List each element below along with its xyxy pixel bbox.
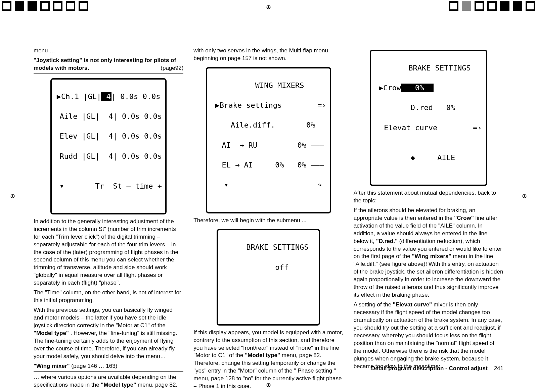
print-marks-left [2, 1, 88, 11]
print-mark [513, 1, 522, 11]
lcd-row: ▶Crow 0% [374, 83, 483, 93]
print-mark [449, 1, 458, 11]
footer-title: Detail program description - Control adj… [371, 365, 488, 372]
print-mark [487, 1, 497, 11]
lcd-title-row: WING MIXERS [211, 81, 326, 91]
lcd-row: ◆ AILE [374, 153, 483, 163]
column-2: with only two servos in the wings, the M… [193, 47, 343, 392]
text-span-bold: "Model type" [34, 330, 69, 336]
paragraph: … where various options are available de… [34, 374, 183, 389]
lcd-row: off [221, 262, 315, 273]
lcd-row: EL → AI 0% 0% ––– [211, 160, 326, 170]
lcd-row: AI → RU 0% ––– [211, 140, 326, 150]
lcd-row: ▶Brake settings =› [211, 100, 326, 110]
lcd-row: Rudd |GL| 4| 0.0s 0.0s [55, 151, 162, 161]
text-span: Phase 1 in this case. [198, 383, 251, 389]
text-line: menu … [34, 47, 183, 55]
paragraph: A setting of the "Elevat curve" mixer is… [354, 301, 503, 370]
print-mark [526, 1, 535, 11]
lcd-row: ▶Ch.1 |GL| 4| 0.0s 0.0s [55, 92, 162, 102]
print-mark [40, 1, 50, 11]
text-span-bold: "Crow" [454, 215, 474, 221]
lcd-title-row: BRAKE SETTINGS [221, 242, 315, 252]
lcd-row: Aile |GL| 4| 0.0s 0.0s [55, 111, 162, 121]
content-columns: menu … "Joystick setting" is not only in… [34, 47, 503, 392]
print-mark [15, 1, 24, 11]
text-span: menu in the line "Aile.diff." (see figur… [354, 253, 503, 298]
text-span-bold: "Wing mixers" [412, 253, 451, 259]
section-heading: "Joystick setting" is not only interesti… [34, 57, 183, 74]
text-span-bold: – [193, 383, 196, 389]
text-span: mixer is then only necessary if the flig… [354, 301, 502, 370]
paragraph: With the previous settings, you can basi… [34, 306, 183, 360]
lcd-brake-settings: BRAKE SETTINGS ▶Crow 0% D.red 0% Elevat … [370, 50, 487, 186]
text-span-bold: "Elevat curve" [393, 301, 432, 308]
text-span-bold: "D.red." [376, 238, 398, 244]
print-mark [500, 1, 509, 11]
paragraph: The "Time" column, on the other hand, is… [34, 289, 183, 304]
lcd-row: ▾ Tr St – time + [55, 181, 162, 191]
print-mark [475, 1, 484, 11]
print-mark [66, 1, 75, 11]
lcd-row: ▾ ↷ [211, 180, 326, 190]
paragraph: Therefore, we will begin with the submen… [193, 217, 343, 225]
lcd-title-row: BRAKE SETTINGS [374, 63, 483, 73]
text-span-bold: "Model type" [101, 382, 136, 388]
registration-mark-icon: ⊕ [522, 192, 527, 200]
footer-page-number: 241 [494, 365, 503, 372]
print-mark [79, 1, 88, 11]
text-span: menu, page 82. [138, 382, 177, 388]
lcd-joystick-settings: ▶Ch.1 |GL| 4| 0.0s 0.0s Aile |GL| 4| 0.0… [50, 78, 167, 214]
print-mark [462, 1, 471, 11]
paragraph: Since in this section we are dealing wit… [34, 391, 183, 392]
heading-text: "Joystick setting" is not only interesti… [34, 57, 176, 71]
registration-mark-icon: ⊕ [10, 192, 15, 200]
lcd-selected-value: 0% [401, 84, 434, 92]
paragraph: If the ailerons should be elevated for b… [354, 207, 503, 299]
text-span: With the previous settings, you can basi… [34, 307, 173, 329]
print-mark [53, 1, 62, 11]
lcd-brake-settings-off: BRAKE SETTINGS off [217, 229, 320, 325]
paragraph: In addition to the generally interesting… [34, 218, 183, 287]
lcd-row: Elevat curve =› [374, 123, 483, 133]
lcd-row: Elev |GL| 4| 0.0s 0.0s [55, 131, 162, 141]
column-1: menu … "Joystick setting" is not only in… [34, 47, 183, 392]
paragraph: with only two servos in the wings, the M… [193, 47, 343, 62]
print-mark [28, 1, 37, 11]
paragraph: After this statement about mutual depend… [354, 189, 503, 205]
registration-mark-icon: ⊕ [266, 3, 271, 11]
section-heading: "Wing mixer" (page 146 … 163) [34, 362, 183, 372]
lcd-row: Aile.diff. 0% [211, 120, 326, 130]
registration-mark-icon: ⊕ [266, 381, 271, 389]
print-marks-right [449, 1, 535, 11]
lcd-wing-mixers: WING MIXERS ▶Brake settings =› Aile.diff… [206, 67, 331, 213]
text-span-bold: "Model type" [245, 352, 280, 358]
heading-pageref: (page92) [161, 64, 183, 72]
print-mark [2, 1, 11, 11]
page: ⊕ ⊕ ⊕ ⊕ menu … "Joystick setting" is not… [0, 0, 537, 392]
text-span: A setting of the [354, 301, 393, 308]
lcd-row: D.red 0% [374, 103, 483, 113]
page-footer: Detail program description - Control adj… [371, 365, 503, 372]
column-3: BRAKE SETTINGS ▶Crow 0% D.red 0% Elevat … [354, 47, 503, 392]
